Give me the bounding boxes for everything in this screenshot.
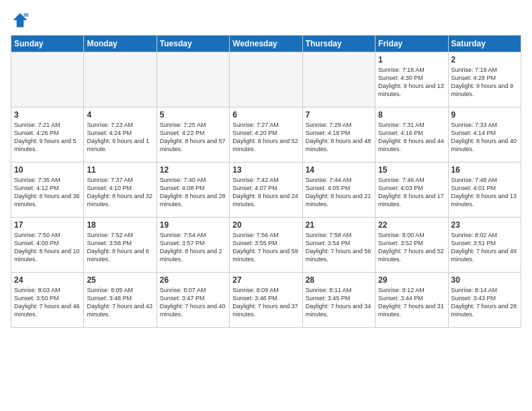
day-number: 28 <box>306 275 372 285</box>
day-number: 18 <box>87 220 153 230</box>
calendar-cell <box>230 52 302 107</box>
calendar-cell: 19Sunrise: 7:54 AMSunset: 3:57 PMDayligh… <box>157 218 229 273</box>
calendar-cell: 24Sunrise: 8:03 AMSunset: 3:50 PMDayligh… <box>11 273 84 328</box>
day-info: Sunrise: 7:35 AMSunset: 4:12 PMDaylight:… <box>14 176 81 209</box>
day-number: 22 <box>378 220 445 230</box>
day-info: Sunrise: 7:50 AMSunset: 4:00 PMDaylight:… <box>14 231 81 264</box>
day-info: Sunrise: 7:44 AMSunset: 4:05 PMDaylight:… <box>306 176 372 209</box>
day-info: Sunrise: 7:40 AMSunset: 4:08 PMDaylight:… <box>160 176 226 209</box>
calendar-cell: 4Sunrise: 7:23 AMSunset: 4:24 PMDaylight… <box>84 107 157 163</box>
day-number: 24 <box>14 275 81 285</box>
logo <box>11 11 32 30</box>
weekday-header-saturday: Saturday <box>448 36 521 52</box>
day-number: 25 <box>87 275 153 285</box>
day-number: 14 <box>306 165 372 175</box>
day-number: 12 <box>160 165 226 175</box>
day-info: Sunrise: 7:42 AMSunset: 4:07 PMDaylight:… <box>232 176 299 209</box>
calendar-cell <box>302 52 375 107</box>
day-number: 15 <box>378 165 445 175</box>
day-number: 4 <box>87 110 153 120</box>
calendar-week-3: 10Sunrise: 7:35 AMSunset: 4:12 PMDayligh… <box>11 163 521 218</box>
day-info: Sunrise: 7:48 AMSunset: 4:01 PMDaylight:… <box>451 176 518 209</box>
calendar-week-5: 24Sunrise: 8:03 AMSunset: 3:50 PMDayligh… <box>11 273 521 328</box>
day-number: 20 <box>232 220 299 230</box>
calendar-week-4: 17Sunrise: 7:50 AMSunset: 4:00 PMDayligh… <box>11 218 521 273</box>
calendar-cell: 14Sunrise: 7:44 AMSunset: 4:05 PMDayligh… <box>302 163 375 218</box>
day-number: 27 <box>232 275 299 285</box>
calendar-week-2: 3Sunrise: 7:21 AMSunset: 4:26 PMDaylight… <box>11 107 521 163</box>
day-info: Sunrise: 8:12 AMSunset: 3:44 PMDaylight:… <box>378 286 445 319</box>
calendar-cell: 6Sunrise: 7:27 AMSunset: 4:20 PMDaylight… <box>230 107 302 163</box>
day-number: 2 <box>451 55 518 64</box>
day-info: Sunrise: 7:31 AMSunset: 4:16 PMDaylight:… <box>378 121 445 154</box>
weekday-header-friday: Friday <box>375 36 448 52</box>
day-number: 16 <box>451 165 518 175</box>
calendar-cell: 22Sunrise: 8:00 AMSunset: 3:52 PMDayligh… <box>375 218 448 273</box>
day-info: Sunrise: 7:52 AMSunset: 3:58 PMDaylight:… <box>87 231 153 264</box>
calendar-cell: 2Sunrise: 7:19 AMSunset: 4:28 PMDaylight… <box>448 52 521 107</box>
day-number: 11 <box>87 165 153 175</box>
weekday-header-thursday: Thursday <box>302 36 375 52</box>
day-info: Sunrise: 8:11 AMSunset: 3:45 PMDaylight:… <box>306 286 372 319</box>
day-info: Sunrise: 7:19 AMSunset: 4:28 PMDaylight:… <box>451 66 518 99</box>
day-info: Sunrise: 7:54 AMSunset: 3:57 PMDaylight:… <box>160 231 226 264</box>
calendar-header-row: SundayMondayTuesdayWednesdayThursdayFrid… <box>11 36 521 52</box>
day-number: 19 <box>160 220 226 230</box>
calendar-cell: 3Sunrise: 7:21 AMSunset: 4:26 PMDaylight… <box>11 107 84 163</box>
weekday-header-tuesday: Tuesday <box>157 36 229 52</box>
day-number: 17 <box>14 220 81 230</box>
day-info: Sunrise: 8:03 AMSunset: 3:50 PMDaylight:… <box>14 286 81 319</box>
day-number: 1 <box>378 55 445 64</box>
day-number: 29 <box>378 275 445 285</box>
calendar-cell: 1Sunrise: 7:16 AMSunset: 4:30 PMDaylight… <box>375 52 448 107</box>
day-info: Sunrise: 7:33 AMSunset: 4:14 PMDaylight:… <box>451 121 518 154</box>
weekday-header-sunday: Sunday <box>11 36 84 52</box>
calendar-cell <box>157 52 229 107</box>
calendar-cell: 29Sunrise: 8:12 AMSunset: 3:44 PMDayligh… <box>375 273 448 328</box>
day-number: 10 <box>14 165 81 175</box>
calendar-cell: 8Sunrise: 7:31 AMSunset: 4:16 PMDaylight… <box>375 107 448 163</box>
calendar-week-1: 1Sunrise: 7:16 AMSunset: 4:30 PMDaylight… <box>11 52 521 107</box>
day-number: 26 <box>160 275 226 285</box>
logo-icon <box>11 11 30 30</box>
day-info: Sunrise: 7:56 AMSunset: 3:55 PMDaylight:… <box>232 231 299 264</box>
calendar-cell: 7Sunrise: 7:29 AMSunset: 4:18 PMDaylight… <box>302 107 375 163</box>
day-info: Sunrise: 7:16 AMSunset: 4:30 PMDaylight:… <box>378 66 445 99</box>
page-header <box>11 11 521 30</box>
calendar-cell: 9Sunrise: 7:33 AMSunset: 4:14 PMDaylight… <box>448 107 521 163</box>
day-info: Sunrise: 7:58 AMSunset: 3:54 PMDaylight:… <box>306 231 372 264</box>
day-info: Sunrise: 8:02 AMSunset: 3:51 PMDaylight:… <box>451 231 518 264</box>
day-info: Sunrise: 8:07 AMSunset: 3:47 PMDaylight:… <box>160 286 226 319</box>
svg-marker-1 <box>24 13 28 17</box>
day-info: Sunrise: 7:46 AMSunset: 4:03 PMDaylight:… <box>378 176 445 209</box>
calendar-cell: 15Sunrise: 7:46 AMSunset: 4:03 PMDayligh… <box>375 163 448 218</box>
day-number: 5 <box>160 110 226 120</box>
calendar-cell <box>84 52 157 107</box>
day-number: 8 <box>378 110 445 120</box>
day-info: Sunrise: 7:29 AMSunset: 4:18 PMDaylight:… <box>306 121 372 154</box>
day-number: 13 <box>232 165 299 175</box>
calendar-cell: 12Sunrise: 7:40 AMSunset: 4:08 PMDayligh… <box>157 163 229 218</box>
calendar-cell: 25Sunrise: 8:05 AMSunset: 3:48 PMDayligh… <box>84 273 157 328</box>
day-info: Sunrise: 8:09 AMSunset: 3:46 PMDaylight:… <box>232 286 299 319</box>
weekday-header-wednesday: Wednesday <box>230 36 302 52</box>
calendar-cell: 10Sunrise: 7:35 AMSunset: 4:12 PMDayligh… <box>11 163 84 218</box>
calendar-cell: 23Sunrise: 8:02 AMSunset: 3:51 PMDayligh… <box>448 218 521 273</box>
calendar-cell: 11Sunrise: 7:37 AMSunset: 4:10 PMDayligh… <box>84 163 157 218</box>
day-number: 3 <box>14 110 81 120</box>
day-number: 30 <box>451 275 518 285</box>
day-number: 9 <box>451 110 518 120</box>
day-number: 7 <box>306 110 372 120</box>
day-info: Sunrise: 7:23 AMSunset: 4:24 PMDaylight:… <box>87 121 153 154</box>
calendar-cell: 21Sunrise: 7:58 AMSunset: 3:54 PMDayligh… <box>302 218 375 273</box>
calendar-cell: 16Sunrise: 7:48 AMSunset: 4:01 PMDayligh… <box>448 163 521 218</box>
calendar-cell: 17Sunrise: 7:50 AMSunset: 4:00 PMDayligh… <box>11 218 84 273</box>
calendar-cell: 27Sunrise: 8:09 AMSunset: 3:46 PMDayligh… <box>230 273 302 328</box>
calendar-table: SundayMondayTuesdayWednesdayThursdayFrid… <box>11 35 521 328</box>
day-info: Sunrise: 8:00 AMSunset: 3:52 PMDaylight:… <box>378 231 445 264</box>
weekday-header-monday: Monday <box>84 36 157 52</box>
day-number: 21 <box>306 220 372 230</box>
day-number: 23 <box>451 220 518 230</box>
calendar-cell: 30Sunrise: 8:14 AMSunset: 3:43 PMDayligh… <box>448 273 521 328</box>
calendar-cell: 18Sunrise: 7:52 AMSunset: 3:58 PMDayligh… <box>84 218 157 273</box>
